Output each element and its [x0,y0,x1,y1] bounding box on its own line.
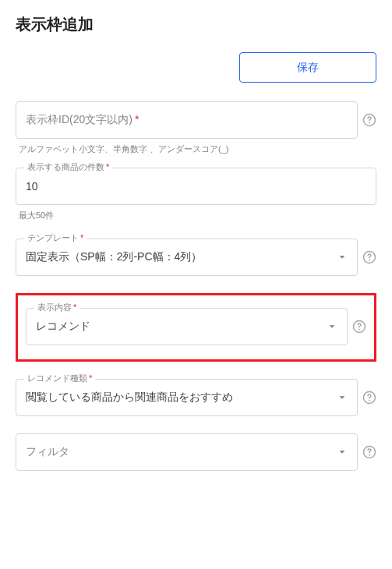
content-label: 表示内容 * [34,302,79,313]
template-value: 固定表示（SP幅：2列-PC幅：4列） [26,250,202,264]
chevron-down-icon [337,447,348,458]
filter-label: フィルタ [26,445,69,459]
slot-id-hint: アルファベット小文字、半角数字 、アンダースコア(_) [19,143,376,155]
item-count-hint: 最大50件 [19,210,376,221]
help-icon[interactable] [362,445,376,459]
filter-select[interactable]: フィルタ [16,433,358,471]
save-button[interactable]: 保存 [239,52,376,83]
recommend-type-value: 閲覧している商品から関連商品をおすすめ [26,391,233,405]
help-icon[interactable] [362,250,376,264]
field-item-count: 表示する商品の件数 * 最大50件 [16,168,376,221]
template-label: テンプレート * [24,233,87,243]
content-select[interactable]: 表示内容 * レコメンド [26,308,348,345]
page-title: 表示枠追加 [16,14,376,35]
recommend-type-label: レコメンド種類 * [24,373,95,383]
field-recommend-type: レコメンド種類 * 閲覧している商品から関連商品をおすすめ [16,379,376,416]
chevron-down-icon [337,252,348,263]
help-icon[interactable] [362,113,376,127]
field-template: テンプレート * 固定表示（SP幅：2列-PC幅：4列） [16,239,376,276]
field-filter: フィルタ [16,433,376,471]
help-icon[interactable] [352,320,366,334]
save-row: 保存 [16,52,376,83]
recommend-type-select[interactable]: レコメンド種類 * 閲覧している商品から関連商品をおすすめ [16,379,358,416]
highlight-frame-content: 表示内容 * レコメンド [16,293,376,362]
save-button-label: 保存 [297,61,319,75]
slot-id-label: 表示枠ID(20文字以内) * [26,113,139,127]
item-count-wrap[interactable]: 表示する商品の件数 * [16,168,376,205]
item-count-label: 表示する商品の件数 * [24,162,112,172]
chevron-down-icon [337,392,348,403]
content-value: レコメンド [36,320,90,334]
chevron-down-icon [327,321,337,332]
field-slot-id: 表示枠ID(20文字以内) * アルファベット小文字、半角数字 、アンダースコア… [16,101,376,155]
slot-id-input-wrap[interactable]: 表示枠ID(20文字以内) * [16,101,358,139]
item-count-input[interactable] [26,180,366,193]
template-select[interactable]: テンプレート * 固定表示（SP幅：2列-PC幅：4列） [16,239,358,276]
help-icon[interactable] [362,391,376,405]
